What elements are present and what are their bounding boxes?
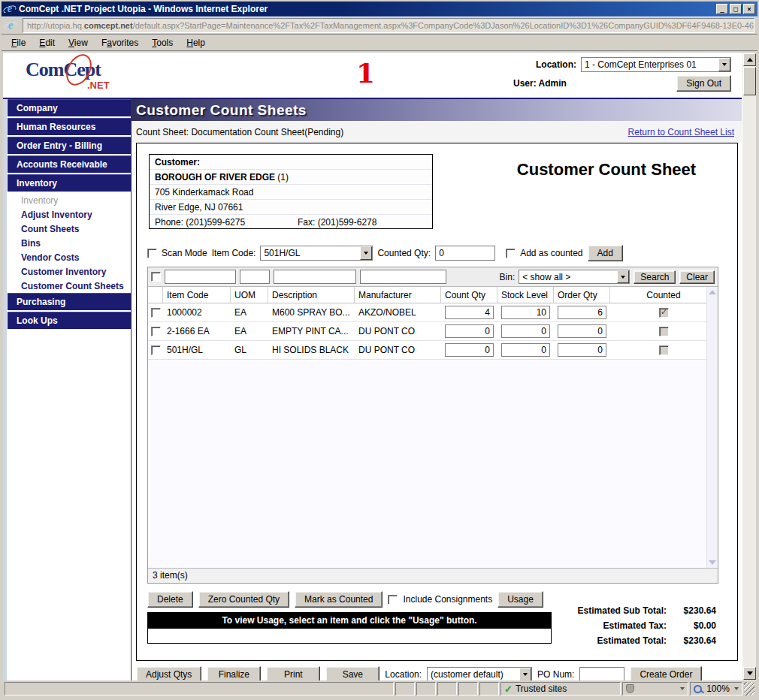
maximize-button[interactable]: □: [730, 4, 742, 14]
clear-button[interactable]: Clear: [679, 270, 715, 284]
url-field[interactable]: http://utopia.hq.comcept.net/default.asp…: [23, 18, 754, 33]
save-button[interactable]: Save: [325, 666, 380, 680]
sidebar-item-count-sheets[interactable]: Count Sheets: [8, 222, 131, 236]
location-select[interactable]: 1 - ComCept Enterprises 01: [581, 57, 731, 72]
item-code-value: 501H/GL: [264, 248, 358, 258]
print-button[interactable]: Print: [266, 666, 320, 680]
search-button[interactable]: Search: [634, 270, 676, 284]
po-num-input[interactable]: [579, 667, 624, 680]
table-scrollbar[interactable]: [706, 287, 718, 568]
browser-scrollbar[interactable]: [742, 53, 756, 680]
scan-mode-checkbox[interactable]: [147, 249, 157, 258]
check-icon: ✓: [504, 683, 513, 695]
chevron-down-icon[interactable]: [718, 58, 730, 71]
bin-select[interactable]: < show all >: [519, 270, 630, 284]
sidebar-item-customer-inventory[interactable]: Customer Inventory: [8, 264, 131, 279]
customer-address1: 705 Kinderkamack Road: [150, 185, 432, 200]
total-value: $0.00: [667, 620, 716, 631]
create-order-button[interactable]: Create Order: [630, 666, 702, 680]
filter-item-code-input[interactable]: [165, 270, 236, 284]
scroll-down-button[interactable]: [743, 667, 756, 680]
sidebar-item-inventory[interactable]: Inventory: [8, 174, 131, 192]
menu-file[interactable]: File: [5, 35, 32, 50]
counted-checkbox[interactable]: [659, 308, 669, 318]
cell-item-code: 2-1666 EA: [163, 322, 231, 340]
row-select-checkbox[interactable]: [151, 327, 161, 336]
sidebar-item-bins[interactable]: Bins: [8, 236, 131, 250]
menu-edit[interactable]: Edit: [32, 35, 62, 50]
logo-net-text: .NET: [87, 80, 110, 91]
select-all-checkbox[interactable]: [151, 272, 161, 282]
chevron-down-icon[interactable]: [360, 246, 372, 260]
chevron-down-icon[interactable]: [519, 668, 531, 680]
order-location-select[interactable]: (customer default): [427, 667, 532, 680]
scrollbar-thumb[interactable]: [743, 67, 756, 95]
mark-as-counted-button[interactable]: Mark as Counted: [295, 591, 383, 608]
items-table: Bin: < show all > Search Clear It: [147, 267, 718, 584]
item-code-select[interactable]: 501H/GL: [260, 246, 373, 261]
sidebar-item-adjust-inventory[interactable]: Adjust Inventory: [8, 207, 131, 222]
scroll-down-icon[interactable]: [709, 560, 716, 565]
sidebar-item-human-resources[interactable]: Human Resources: [8, 118, 131, 135]
order-qty-input[interactable]: 0: [558, 343, 606, 357]
zoom-panel[interactable]: 100%: [690, 682, 742, 695]
table-row: 501H/GLGLHI SOLIDS BLACKDU PONT CO000: [148, 341, 718, 360]
stock-level-input[interactable]: 10: [501, 306, 550, 319]
cell-item-code: 501H/GL: [163, 341, 231, 359]
stock-level-input[interactable]: 0: [501, 324, 550, 338]
filter-description-input[interactable]: [274, 270, 356, 284]
sidebar-item-accounts-receivable[interactable]: Accounts Receivable: [8, 155, 131, 173]
chevron-down-icon[interactable]: [617, 270, 629, 283]
customer-fax: Fax: (201)599-6278: [298, 216, 376, 228]
sidebar-item-customer-count-sheets[interactable]: Customer Count Sheets: [8, 279, 131, 293]
adjust-qtys-button[interactable]: Adjust Qtys: [136, 666, 201, 680]
include-consignments-checkbox[interactable]: [388, 595, 398, 605]
resize-grip[interactable]: [744, 682, 754, 695]
order-qty-input[interactable]: 6: [558, 306, 606, 319]
menu-favorites[interactable]: Favorites: [95, 35, 145, 50]
sign-out-button[interactable]: Sign Out: [676, 75, 731, 92]
total-row-estimated-tax: Estimated Tax:$0.00: [528, 618, 716, 633]
status-message-panel: [5, 682, 394, 695]
sidebar-item-order-entry-billing[interactable]: Order Entry - Billing: [8, 137, 131, 154]
scroll-up-button[interactable]: [743, 53, 756, 66]
sidebar-item-look-ups[interactable]: Look Ups: [8, 312, 131, 329]
add-as-counted-label: Add as counted: [520, 248, 582, 258]
stock-level-input[interactable]: 0: [501, 343, 550, 357]
add-as-counted-checkbox[interactable]: [506, 249, 516, 258]
table-actions: Delete Zero Counted Qty Mark as Counted …: [147, 591, 543, 608]
col-item-code: Item Code: [163, 287, 231, 303]
minimize-button[interactable]: _: [716, 4, 728, 14]
count-sheet-label: Count Sheet: Documentation Count Sheet(P…: [136, 127, 343, 137]
sidebar-item-company[interactable]: Company: [8, 99, 131, 116]
scroll-up-icon[interactable]: [709, 290, 716, 294]
count-qty-input[interactable]: 0: [445, 324, 494, 338]
add-button[interactable]: Add: [588, 245, 623, 261]
total-value: $230.64: [667, 635, 716, 646]
order-qty-input[interactable]: 0: [558, 324, 606, 338]
menu-view[interactable]: View: [62, 35, 95, 50]
counted-qty-input[interactable]: [435, 246, 495, 261]
bin-value: < show all >: [522, 272, 615, 282]
count-qty-input[interactable]: 0: [445, 343, 494, 357]
chevron-down-icon[interactable]: [680, 687, 685, 690]
delete-button[interactable]: Delete: [147, 591, 193, 608]
filter-uom-input[interactable]: [240, 270, 270, 284]
row-select-checkbox[interactable]: [151, 308, 161, 318]
close-button[interactable]: ×: [743, 4, 755, 14]
counted-checkbox[interactable]: [659, 345, 669, 355]
return-to-count-sheet-list-link[interactable]: Return to Count Sheet List: [628, 127, 734, 137]
finalize-button[interactable]: Finalize: [207, 666, 261, 680]
counted-checkbox[interactable]: [659, 327, 669, 336]
filter-manufacturer-input[interactable]: [360, 270, 446, 284]
chevron-down-icon[interactable]: [734, 687, 739, 690]
row-select-checkbox[interactable]: [151, 345, 161, 355]
menu-tools[interactable]: Tools: [145, 35, 180, 50]
protected-mode-panel[interactable]: [622, 682, 688, 695]
sidebar-item-vendor-costs[interactable]: Vendor Costs: [8, 250, 131, 264]
count-qty-input[interactable]: 4: [445, 306, 494, 319]
table-row: 1000002EAM600 SPRAY BO...AKZO/NOBEL4106: [148, 303, 718, 322]
zero-counted-qty-button[interactable]: Zero Counted Qty: [198, 591, 289, 608]
sidebar-item-purchasing[interactable]: Purchasing: [8, 293, 131, 310]
menu-help[interactable]: Help: [180, 35, 212, 50]
